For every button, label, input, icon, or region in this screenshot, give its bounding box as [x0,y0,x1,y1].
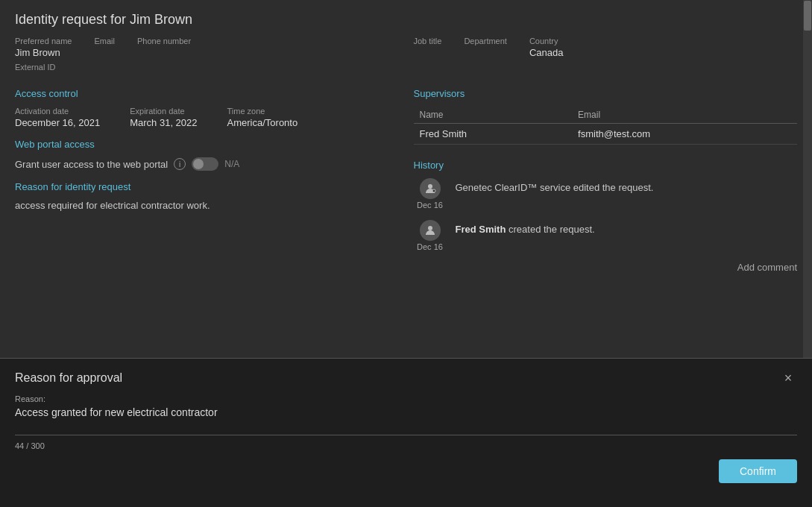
history-title: History [414,160,798,171]
supervisor-email: fsmith@test.com [572,124,797,145]
expiration-date-group: Expiration date March 31, 2022 [130,107,197,128]
preferred-name-group: Preferred name Jim Brown [15,37,72,58]
supervisor-name: Fred Smith [414,124,573,145]
modal-header: Reason for approval × [0,359,812,394]
modal-title: Reason for approval [15,371,122,385]
svg-point-1 [432,189,435,192]
activation-date-label: Activation date [15,107,100,116]
scrollbar-thumb[interactable] [804,1,811,31]
history-date-2: Dec 16 [417,242,443,251]
supervisors-title: Supervisors [414,88,798,99]
add-comment-button[interactable]: Add comment [414,262,798,273]
history-text-2: Fred Smith created the request. [456,220,595,236]
history-action: created the request. [506,224,594,235]
right-col-top: Job title Department Country Canada [414,37,798,72]
scrollbar[interactable] [803,0,812,358]
department-group: Department [464,37,506,58]
country-label: Country [529,37,564,45]
history-author: Fred Smith [456,224,506,235]
expiration-date-value: March 31, 2022 [130,117,197,128]
toggle-knob [193,159,204,169]
time-zone-value: America/Toronto [227,117,298,128]
access-control-row: Activation date December 16, 2021 Expira… [15,107,399,128]
job-title-group: Job title [414,37,442,58]
history-text-1: Genetec ClearID™ service edited the requ… [456,178,654,195]
phone-group: Phone number [137,37,191,58]
department-label: Department [464,37,506,45]
top-fields: Preferred name Jim Brown Email Phone num… [15,37,797,72]
supervisors-col-name: Name [414,107,573,124]
preferred-name-value: Jim Brown [15,47,72,58]
content-grid-top: Preferred name Jim Brown Email Phone num… [15,37,797,72]
confirm-button[interactable]: Confirm [719,459,797,483]
char-count: 44 / 300 [0,438,812,453]
modal-body: Reason: [0,394,812,435]
time-zone-group: Time zone America/Toronto [227,107,298,128]
preferred-name-label: Preferred name [15,37,72,45]
reason-section: Reason for identity request access requi… [15,181,399,211]
supervisors-col-email: Email [572,107,797,124]
time-zone-label: Time zone [227,107,298,116]
supervisors-table: Name Email Fred Smith fsmith@test.com [414,107,798,145]
modal-footer: Confirm [0,453,812,489]
expiration-date-label: Expiration date [130,107,197,116]
web-portal-grant-label: Grant user access to the web portal [15,159,168,170]
info-icon[interactable]: i [174,158,186,170]
person-avatar-icon [420,220,441,241]
history-item-1: Dec 16 Genetec ClearID™ service edited t… [414,178,798,210]
close-button[interactable]: × [779,369,797,387]
access-control-title: Access control [15,88,399,99]
activation-date-group: Activation date December 16, 2021 [15,107,100,128]
history-item-2: Dec 16 Fred Smith created the request. [414,220,798,251]
reason-section-title: Reason for identity request [15,181,399,192]
reason-textarea[interactable] [15,406,797,429]
content-grid-main: Access control Activation date December … [15,78,797,273]
phone-label: Phone number [137,37,191,45]
activation-date-value: December 16, 2021 [15,117,100,128]
modal-divider [15,435,797,435]
identity-field-row: Preferred name Jim Brown Email Phone num… [15,37,399,58]
history-avatar-1: Dec 16 [414,178,447,210]
web-portal-toggle[interactable] [192,157,218,171]
page-title: Identity request for Jim Brown [15,12,797,28]
email-group: Email [94,37,115,58]
svg-point-2 [428,226,432,230]
left-col-top: Preferred name Jim Brown Email Phone num… [15,37,399,72]
history-avatar-2: Dec 16 [414,220,447,251]
web-portal-row: Grant user access to the web portal i N/… [15,157,399,171]
job-title-label: Job title [414,37,442,45]
country-group: Country Canada [529,37,564,58]
external-id-label: External ID [15,63,399,72]
svg-point-0 [428,184,432,189]
email-label: Email [94,37,115,45]
service-avatar-icon [420,178,441,199]
history-date-1: Dec 16 [417,201,443,210]
right-col-main: Supervisors Name Email Fred Smith fsmith… [414,78,798,273]
reason-label: Reason: [15,394,797,403]
reason-text: access required for electrical contracto… [15,200,399,211]
main-panel: Identity request for Jim Brown Preferred… [0,0,812,358]
job-field-row: Job title Department Country Canada [414,37,798,58]
reason-approval-modal: Reason for approval × Reason: 44 / 300 C… [0,358,812,507]
country-value: Canada [529,47,564,58]
web-portal-title: Web portal access [15,139,399,150]
supervisor-row: Fred Smith fsmith@test.com [414,124,798,145]
left-col-main: Access control Activation date December … [15,78,399,273]
na-label: N/A [224,159,239,169]
